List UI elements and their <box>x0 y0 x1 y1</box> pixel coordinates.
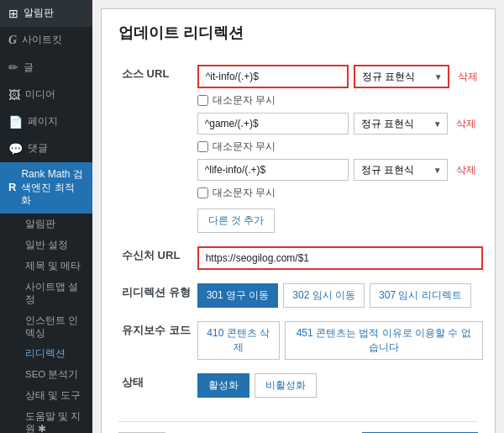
posts-icon: ✏ <box>8 60 18 75</box>
checkbox-label-3: 대소문자 무시 <box>213 186 276 200</box>
case-checkbox-2[interactable] <box>197 141 208 152</box>
maintenance-group: 410 콘텐츠 삭제 451 콘텐츠는 법적 이유로 이용할 수 없습니다 <box>197 321 483 360</box>
source-row-2: 정규 표현식 완전 일치 시작 일치 끝 일치 ▼ 삭제 <box>197 113 483 135</box>
dest-url-input[interactable] <box>197 246 483 270</box>
sidebar-item-sitekit[interactable]: G 사이트킷 <box>0 27 92 54</box>
delete-link-2[interactable]: 삭제 <box>456 117 476 131</box>
redirect-type-group: 301 영구 이동 302 임시 이동 307 임시 리디렉트 <box>197 283 483 308</box>
source-input-1[interactable] <box>197 65 349 88</box>
dashboard-icon: ⊞ <box>8 6 18 21</box>
status-btn-active[interactable]: 활성화 <box>197 373 249 398</box>
page-title: 업데이트 리디렉션 <box>118 23 478 43</box>
maint-btn-451[interactable]: 451 콘텐츠는 법적 이유로 이용할 수 없습니다 <box>285 321 483 360</box>
rankmath-icon: R <box>8 181 16 195</box>
maint-btn-410[interactable]: 410 콘텐츠 삭제 <box>197 321 280 360</box>
add-another-button[interactable]: 다른 것 추가 <box>197 209 276 233</box>
rm-sitemap-label: 사이트맵 설정 <box>25 281 86 306</box>
status-row: 상태 활성화 비활성화 <box>118 367 486 404</box>
source-select-wrapper-3: 정규 표현식 완전 일치 시작 일치 끝 일치 ▼ <box>354 159 448 181</box>
comments-icon: 💬 <box>8 141 23 156</box>
maintenance-row: 유지보수 코드 410 콘텐츠 삭제 451 콘텐츠는 법적 이유로 이용할 수… <box>118 314 486 367</box>
maintenance-label: 유지보수 코드 <box>118 314 194 367</box>
source-input-3[interactable] <box>197 159 349 181</box>
rm-status-label: 상태 및 도구 <box>25 389 81 402</box>
redirect-btn-302[interactable]: 302 임시 이동 <box>283 283 365 308</box>
rm-general-label: 일반 설정 <box>25 239 68 251</box>
rankmath-submenu: 알림판 일반 설정 제목 및 메타 사이트맵 설정 인스턴트 인덱싱 리디렉션 … <box>0 214 92 433</box>
sidebar-item-label: 페이지 <box>28 115 58 129</box>
rm-dashboard-label: 알림판 <box>25 218 55 230</box>
pages-icon: 📄 <box>8 114 23 129</box>
sidebar-item-rm-titles[interactable]: 제목 및 메타 <box>18 256 92 277</box>
sidebar-item-rm-help[interactable]: 도움말 및 지원 ✱ <box>18 406 92 433</box>
sidebar-item-rm-seo[interactable]: SEO 분석기 <box>18 364 92 385</box>
footer-buttons: 취소 업데이트 리디렉션 <box>118 421 478 433</box>
sidebar-item-rm-sitemap[interactable]: 사이트맵 설정 <box>18 277 92 310</box>
source-url-label: 소스 URL <box>118 58 194 240</box>
case-checkbox-1[interactable] <box>197 95 208 106</box>
sidebar-item-label: Rank Math 검색엔진 최적화 <box>21 168 84 208</box>
source-url-content: 정규 표현식 완전 일치 시작 일치 끝 일치 ▼ 삭제 대소문자 무시 <box>194 58 486 240</box>
sidebar-item-label: 댓글 <box>28 142 48 156</box>
source-row-3: 정규 표현식 완전 일치 시작 일치 끝 일치 ▼ 삭제 <box>197 159 483 181</box>
redirect-type-row: 리디렉션 유형 301 영구 이동 302 임시 이동 307 임시 리디렉트 <box>118 277 486 314</box>
page-container: 업데이트 리디렉션 소스 URL 정규 표현식 완전 일치 시작 일치 <box>101 8 496 433</box>
redirect-type-content: 301 영구 이동 302 임시 이동 307 임시 리디렉트 <box>194 277 486 314</box>
rm-titles-label: 제목 및 메타 <box>25 260 81 272</box>
rm-redirections-label: 리디렉션 <box>25 347 66 360</box>
status-group: 활성화 비활성화 <box>197 373 483 398</box>
rm-instant-label: 인스턴트 인덱싱 <box>25 314 86 340</box>
rm-help-label: 도움말 및 지원 ✱ <box>25 410 86 433</box>
checkbox-label-2: 대소문자 무시 <box>213 140 276 154</box>
dest-url-row: 수신처 URL <box>118 240 486 277</box>
main-content: 업데이트 리디렉션 소스 URL 정규 표현식 완전 일치 시작 일치 <box>92 0 504 433</box>
sidebar-item-rm-dashboard[interactable]: 알림판 <box>18 214 92 235</box>
sidebar-item-rankmath[interactable]: R Rank Math 검색엔진 최적화 <box>0 162 92 214</box>
redirect-type-label: 리디렉션 유형 <box>118 277 194 314</box>
rm-seo-label: SEO 분석기 <box>25 368 78 381</box>
source-select-1[interactable]: 정규 표현식 완전 일치 시작 일치 끝 일치 <box>355 66 448 87</box>
sidebar-item-dashboard[interactable]: ⊞ 알림판 <box>0 0 92 27</box>
dest-url-content <box>194 240 486 277</box>
maintenance-content: 410 콘텐츠 삭제 451 콘텐츠는 법적 이유로 이용할 수 없습니다 <box>194 314 486 367</box>
sidebar-item-media[interactable]: 🖼 미디어 <box>0 82 92 108</box>
sidebar-item-label: 미디어 <box>25 88 55 102</box>
sidebar-item-label: 글 <box>24 61 34 75</box>
sidebar-item-label: 사이트킷 <box>22 34 62 47</box>
checkbox-row-1: 대소문자 무시 <box>197 93 483 108</box>
source-input-2[interactable] <box>197 113 349 135</box>
media-icon: 🖼 <box>8 87 20 103</box>
status-content: 활성화 비활성화 <box>194 367 486 404</box>
delete-link-1[interactable]: 삭제 <box>458 70 478 84</box>
sidebar-item-rm-general[interactable]: 일반 설정 <box>18 235 92 256</box>
checkbox-label-1: 대소문자 무시 <box>213 93 276 108</box>
sidebar-item-rm-redirections[interactable]: 리디렉션 <box>18 343 92 364</box>
source-url-row: 소스 URL 정규 표현식 완전 일치 시작 일치 끝 일치 ▼ <box>118 58 486 240</box>
delete-link-3[interactable]: 삭제 <box>456 163 476 177</box>
sidebar-item-rm-status[interactable]: 상태 및 도구 <box>18 385 92 406</box>
checkbox-row-3: 대소문자 무시 <box>197 186 483 200</box>
sidebar-item-rm-instant[interactable]: 인스턴트 인덱싱 <box>18 310 92 344</box>
source-select-wrapper-1: 정규 표현식 완전 일치 시작 일치 끝 일치 ▼ <box>354 65 449 88</box>
source-select-3[interactable]: 정규 표현식 완전 일치 시작 일치 끝 일치 <box>354 160 447 180</box>
sidebar-item-comments[interactable]: 💬 댓글 <box>0 135 92 162</box>
sidebar-item-label: 알림판 <box>24 7 54 20</box>
redirect-btn-307[interactable]: 307 임시 리디렉트 <box>370 283 471 308</box>
form-table: 소스 URL 정규 표현식 완전 일치 시작 일치 끝 일치 ▼ <box>118 58 486 404</box>
source-select-wrapper-2: 정규 표현식 완전 일치 시작 일치 끝 일치 ▼ <box>354 113 448 135</box>
sidebar: ⊞ 알림판 G 사이트킷 ✏ 글 🖼 미디어 📄 페이지 💬 댓글 R Rank… <box>0 0 92 433</box>
checkbox-row-2: 대소문자 무시 <box>197 140 483 154</box>
case-checkbox-3[interactable] <box>197 187 208 198</box>
sitekit-icon: G <box>8 33 17 48</box>
redirect-btn-301[interactable]: 301 영구 이동 <box>197 283 279 308</box>
dest-url-label: 수신처 URL <box>118 240 194 277</box>
status-label: 상태 <box>118 367 194 404</box>
status-btn-inactive[interactable]: 비활성화 <box>255 373 317 398</box>
source-row-1: 정규 표현식 완전 일치 시작 일치 끝 일치 ▼ 삭제 <box>197 65 483 88</box>
sidebar-item-posts[interactable]: ✏ 글 <box>0 54 92 81</box>
source-select-2[interactable]: 정규 표현식 완전 일치 시작 일치 끝 일치 <box>354 114 447 134</box>
sidebar-item-pages[interactable]: 📄 페이지 <box>0 108 92 135</box>
